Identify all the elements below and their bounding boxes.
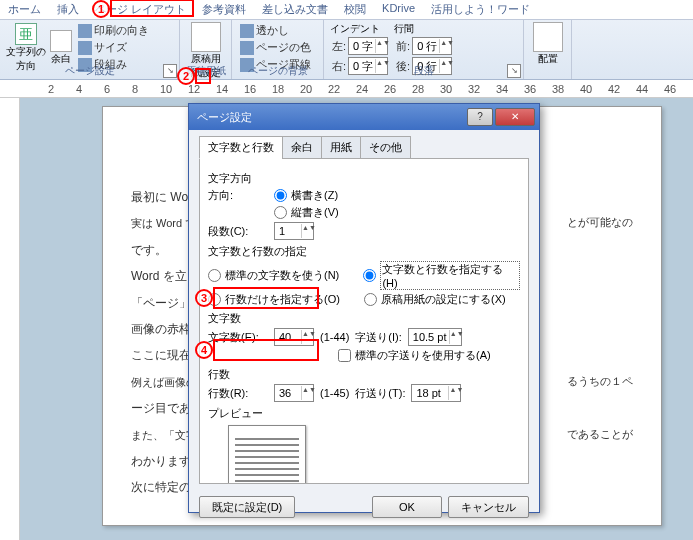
page-color-button[interactable]: ページの色: [238, 39, 317, 56]
lines-input[interactable]: [277, 386, 301, 400]
default-button[interactable]: 既定に設定(D): [199, 496, 295, 518]
ruler-tick: 20: [300, 83, 312, 95]
line-pitch-spinner[interactable]: ▲▼: [411, 384, 461, 402]
page-color-icon: [240, 41, 254, 55]
ruler-tick: 4: [76, 83, 82, 95]
chars-spinner[interactable]: ▲▼: [274, 328, 314, 346]
lines-range: (1-45): [320, 387, 349, 399]
dialog-title: ページ設定: [193, 110, 465, 125]
preview-box: [228, 425, 306, 484]
section-direction: 文字方向: [208, 171, 520, 186]
dialog-close-button[interactable]: ✕: [495, 108, 535, 126]
radio-standard[interactable]: 標準の文字数を使う(N): [208, 268, 357, 283]
ruler-tick: 40: [580, 83, 592, 95]
group-label-page-background: ページの背景: [232, 64, 323, 78]
ruler-tick: 28: [412, 83, 424, 95]
chars-range: (1-44): [320, 331, 349, 343]
tab-mailings[interactable]: 差し込み文書: [254, 0, 336, 19]
tab-home[interactable]: ホーム: [0, 0, 49, 19]
spacing-before-input[interactable]: [415, 39, 439, 53]
spacing-before[interactable]: 前:▲▼: [394, 36, 454, 56]
ribbon-group-page-background: 透かし ページの色 ページ罫線 ページの背景: [232, 20, 324, 79]
ruler-tick: 30: [440, 83, 452, 95]
page-setup-dialog-launcher[interactable]: ↘: [163, 64, 177, 78]
radio-lines-only[interactable]: 行数だけを指定する(O): [208, 292, 358, 307]
horizontal-ruler[interactable]: 2468101214161820222426283032343638404244…: [0, 80, 693, 98]
margins-icon[interactable]: [50, 30, 72, 52]
spacing-header: 行間: [394, 22, 454, 36]
section-lines: 行数: [208, 367, 520, 382]
chk-std-pitch[interactable]: 標準の字送りを使用する(A): [338, 348, 491, 363]
paragraph-dialog-launcher[interactable]: ↘: [507, 64, 521, 78]
tab-chars-lines[interactable]: 文字数と行数: [199, 136, 283, 159]
watermark-button[interactable]: 透かし: [238, 22, 317, 39]
arrange-label[interactable]: 配置: [538, 52, 558, 66]
tab-references[interactable]: 参考資料: [194, 0, 254, 19]
lines-spinner[interactable]: ▲▼: [274, 384, 314, 402]
cancel-button[interactable]: キャンセル: [448, 496, 529, 518]
lines-label: 行数(R):: [208, 386, 268, 401]
indent-left-input[interactable]: [351, 39, 375, 53]
vertical-ruler[interactable]: [0, 98, 20, 540]
dialog-tabs: 文字数と行数 余白 用紙 その他: [199, 136, 529, 159]
ruler-tick: 42: [608, 83, 620, 95]
manuscript-icon[interactable]: [191, 22, 221, 52]
tab-useful[interactable]: 活用しよう！ワード: [423, 0, 538, 19]
indent-left[interactable]: 左:▲▼: [330, 36, 390, 56]
ruler-tick: 24: [356, 83, 368, 95]
ruler-tick: 10: [160, 83, 172, 95]
ruler-tick: 46: [664, 83, 676, 95]
ruler-tick: 26: [384, 83, 396, 95]
columns-input[interactable]: [277, 224, 301, 238]
tab-insert[interactable]: 挿入: [49, 0, 87, 19]
tab-margins[interactable]: 余白: [282, 136, 322, 159]
ribbon-group-arrange: 配置: [524, 20, 572, 79]
dialog-help-button[interactable]: ?: [467, 108, 493, 126]
ruler-tick: 6: [104, 83, 110, 95]
char-pitch-input[interactable]: [411, 330, 449, 344]
annotation-2: 2: [177, 67, 195, 85]
columns-label: 段数(C):: [208, 224, 268, 239]
ruler-tick: 22: [328, 83, 340, 95]
char-pitch-spinner[interactable]: ▲▼: [408, 328, 462, 346]
tab-kdrive[interactable]: KDrive: [374, 0, 423, 19]
line-pitch-label: 行送り(T):: [355, 386, 405, 401]
tab-other[interactable]: その他: [360, 136, 411, 159]
tab-panel: 文字方向 方向: 横書き(Z) 縦書き(V) 段数(C): ▲▼ 文字数と行数の…: [199, 158, 529, 484]
ruler-tick: 38: [552, 83, 564, 95]
line-pitch-input[interactable]: [414, 386, 448, 400]
orientation-button[interactable]: 印刷の向き: [76, 22, 151, 39]
dialog-titlebar[interactable]: ページ設定 ? ✕: [189, 104, 539, 130]
chars-label: 文字数(E):: [208, 330, 268, 345]
section-chars: 文字数: [208, 311, 520, 326]
size-button[interactable]: サイズ: [76, 39, 151, 56]
ruler-tick: 16: [244, 83, 256, 95]
ruler-tick: 2: [48, 83, 54, 95]
ribbon-group-paragraph: インデント 左:▲▼ 右:▲▼ 行間 前:▲▼ 後:▲▼ 段落 ↘: [324, 20, 524, 79]
ribbon: 亜 文字列の方向 余白 印刷の向き サイズ 段組み ページ設定 ↘ 原稿用紙設定…: [0, 20, 693, 80]
tab-review[interactable]: 校閲: [336, 0, 374, 19]
watermark-icon: [240, 24, 254, 38]
chars-input[interactable]: [277, 330, 301, 344]
orientation-icon: [78, 24, 92, 38]
radio-horizontal[interactable]: 横書き(Z): [274, 188, 338, 203]
columns-spinner[interactable]: ▲▼: [274, 222, 314, 240]
ruler-tick: 32: [468, 83, 480, 95]
radio-vertical[interactable]: 縦書き(V): [274, 205, 339, 220]
radio-both[interactable]: 文字数と行数を指定する(H): [363, 261, 520, 290]
radio-grid[interactable]: 原稿用紙の設定にする(X): [364, 292, 506, 307]
char-pitch-label: 字送り(I):: [355, 330, 401, 345]
ruler-tick: 34: [496, 83, 508, 95]
annotation-3: 3: [195, 289, 213, 307]
group-label-page-setup: ページ設定: [0, 64, 179, 78]
ok-button[interactable]: OK: [372, 496, 442, 518]
ruler-tick: 18: [272, 83, 284, 95]
direction-label: 方向:: [208, 188, 268, 203]
arrange-icon[interactable]: [533, 22, 563, 52]
group-label-paragraph: 段落: [324, 64, 523, 78]
annotation-1: 1: [92, 0, 110, 18]
tab-paper[interactable]: 用紙: [321, 136, 361, 159]
themes-icon[interactable]: 亜: [15, 23, 37, 45]
ruler-tick: 8: [132, 83, 138, 95]
size-icon: [78, 41, 92, 55]
